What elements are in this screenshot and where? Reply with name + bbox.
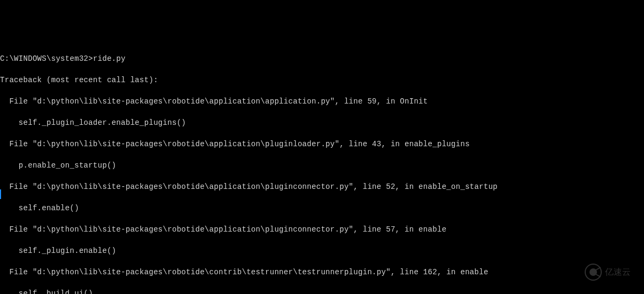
terminal-line: p.enable_on_startup() xyxy=(0,160,644,171)
watermark-logo-icon xyxy=(585,264,602,281)
terminal-line: self.enable() xyxy=(0,203,644,213)
terminal-line: File "d:\python\lib\site-packages\roboti… xyxy=(0,267,644,277)
terminal-line: self._plugin.enable() xyxy=(0,245,644,256)
terminal-line: Traceback (most recent call last): xyxy=(0,75,644,85)
terminal-line: self._build_ui() xyxy=(0,288,644,294)
terminal-line: File "d:\python\lib\site-packages\roboti… xyxy=(0,139,644,149)
terminal-line: File "d:\python\lib\site-packages\roboti… xyxy=(0,96,644,107)
terminal-line: self._plugin_loader.enable_plugins() xyxy=(0,117,644,128)
watermark-text: 亿速云 xyxy=(605,267,631,277)
terminal-output[interactable]: C:\WINDOWS\system32>ride.py Traceback (m… xyxy=(0,43,644,294)
cursor-indicator xyxy=(0,189,1,199)
terminal-line: File "d:\python\lib\site-packages\roboti… xyxy=(0,224,644,235)
terminal-line: File "d:\python\lib\site-packages\roboti… xyxy=(0,181,644,192)
terminal-line: C:\WINDOWS\system32>ride.py xyxy=(0,53,644,64)
watermark: 亿速云 xyxy=(585,264,631,281)
